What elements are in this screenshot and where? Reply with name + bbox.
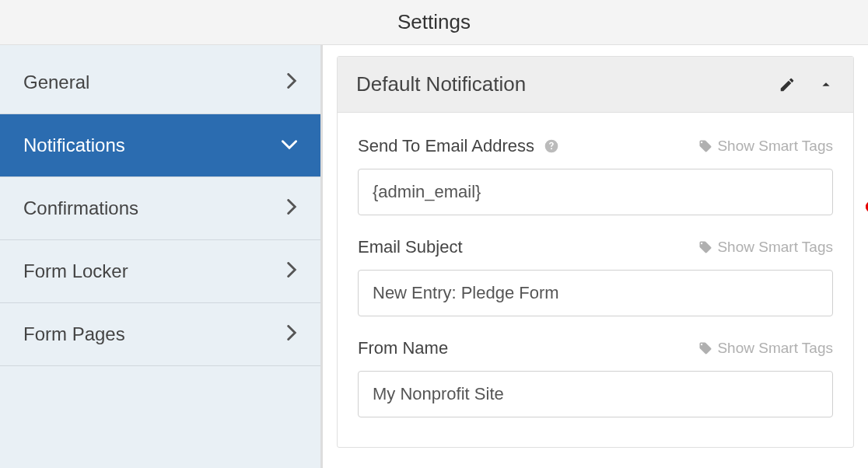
chevron-right-icon [286, 73, 297, 93]
edit-icon[interactable] [779, 76, 796, 93]
label-wrap: Send To Email Address [358, 136, 559, 156]
show-smart-tags-link[interactable]: Show Smart Tags [698, 138, 833, 155]
email-subject-input[interactable] [358, 270, 833, 316]
field-label: Email Subject [358, 237, 463, 257]
field-send-to: Send To Email Address Show Smart Tags [358, 136, 833, 215]
chevron-down-icon [282, 138, 297, 154]
sidebar-item-form-locker[interactable]: Form Locker [0, 240, 320, 303]
field-header: Send To Email Address Show Smart Tags [358, 136, 833, 156]
chevron-right-icon [286, 199, 297, 218]
sidebar-item-form-pages[interactable]: Form Pages [0, 303, 320, 366]
send-to-input[interactable] [358, 169, 833, 215]
notification-panel: Default Notification Send To Email Addre… [337, 56, 854, 448]
tag-icon [698, 341, 712, 355]
panel-title: Default Notification [356, 72, 526, 96]
from-name-input[interactable] [358, 371, 833, 417]
field-label: Send To Email Address [358, 136, 534, 156]
field-from-name: From Name Show Smart Tags [358, 338, 833, 417]
panel-header: Default Notification [338, 57, 853, 113]
annotation-arrow [852, 152, 868, 261]
sidebar-item-label: Notifications [23, 134, 125, 156]
page-title: Settings [397, 10, 471, 34]
sidebar-item-label: Form Locker [23, 260, 128, 282]
label-wrap: Email Subject [358, 237, 463, 257]
settings-sidebar: General Notifications Confirmations Form… [0, 45, 320, 468]
field-email-subject: Email Subject Show Smart Tags [358, 237, 833, 316]
sidebar-item-confirmations[interactable]: Confirmations [0, 177, 320, 240]
panel-actions [779, 76, 835, 93]
label-wrap: From Name [358, 338, 448, 358]
panel-body: Send To Email Address Show Smart Tags [338, 113, 853, 447]
field-label: From Name [358, 338, 448, 358]
page-header: Settings [0, 0, 868, 45]
chevron-right-icon [286, 262, 297, 281]
tag-icon [698, 139, 712, 153]
sidebar-item-label: General [23, 72, 89, 93]
smart-tags-label: Show Smart Tags [717, 340, 833, 357]
help-icon[interactable] [544, 138, 559, 154]
content-area: Default Notification Send To Email Addre… [320, 45, 868, 468]
field-header: Email Subject Show Smart Tags [358, 237, 833, 257]
collapse-icon[interactable] [817, 76, 835, 93]
smart-tags-label: Show Smart Tags [717, 138, 833, 155]
smart-tags-label: Show Smart Tags [717, 239, 833, 256]
show-smart-tags-link[interactable]: Show Smart Tags [698, 340, 833, 357]
sidebar-item-label: Form Pages [23, 323, 125, 345]
field-header: From Name Show Smart Tags [358, 338, 833, 358]
chevron-right-icon [286, 325, 297, 344]
tag-icon [698, 240, 712, 254]
show-smart-tags-link[interactable]: Show Smart Tags [698, 239, 833, 256]
sidebar-item-notifications[interactable]: Notifications [0, 114, 320, 177]
main-layout: General Notifications Confirmations Form… [0, 45, 868, 468]
sidebar-item-general[interactable]: General [0, 51, 320, 114]
sidebar-item-label: Confirmations [23, 197, 138, 219]
